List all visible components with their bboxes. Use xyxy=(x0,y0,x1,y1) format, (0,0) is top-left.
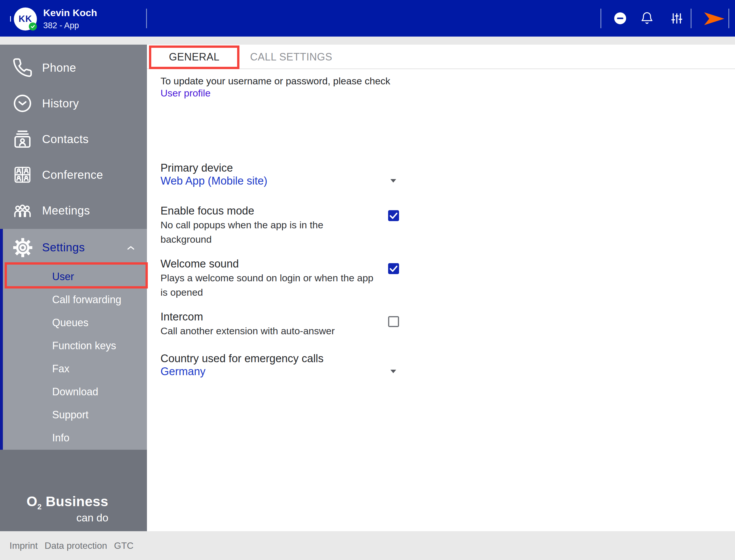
phone-icon xyxy=(12,57,33,78)
settings-submenu: User Call forwarding Queues Function key… xyxy=(0,265,147,449)
sidebar-item-settings[interactable]: Settings xyxy=(0,229,147,265)
welcome-sound-checkbox[interactable] xyxy=(388,263,399,274)
sidebar-footer: O2 Business can do xyxy=(0,450,147,531)
sidebar-main-nav: Phone History Contacts xyxy=(0,45,147,229)
topbar: KK Kevin Koch 382 - App xyxy=(0,0,735,37)
sidebar-item-contacts[interactable]: Contacts xyxy=(0,121,147,157)
sidebar-subitem-function-keys[interactable]: Function keys xyxy=(0,334,147,357)
data-protection-link[interactable]: Data protection xyxy=(45,540,107,551)
focus-mode-checkbox[interactable] xyxy=(388,210,399,221)
logo-o: O xyxy=(26,494,37,509)
sidebar-item-label: History xyxy=(42,97,79,110)
sidebar-item-label: Phone xyxy=(42,61,76,74)
o2-business-logo: O2 Business can do xyxy=(26,493,108,524)
header-separator-strip xyxy=(0,37,735,45)
welcome-sound-label: Welcome sound xyxy=(160,258,239,270)
chevron-down-icon[interactable] xyxy=(391,179,396,183)
intercom-label: Intercom xyxy=(160,311,203,323)
app-window: KK Kevin Koch 382 - App Pho xyxy=(0,0,735,560)
user-name: Kevin Koch xyxy=(43,7,97,18)
tab-call-settings[interactable]: CALL SETTINGS xyxy=(250,45,332,69)
sidebar-subitem-download[interactable]: Download xyxy=(0,380,147,403)
gear-icon xyxy=(12,237,33,258)
sidebar-item-label: Settings xyxy=(42,241,85,254)
settings-user-page: GENERAL CALL SETTINGS To update your use… xyxy=(147,45,735,531)
imprint-link[interactable]: Imprint xyxy=(10,540,38,551)
contacts-card-icon xyxy=(12,129,33,149)
history-clock-icon xyxy=(12,93,33,114)
gtc-link[interactable]: GTC xyxy=(114,540,134,551)
meetings-people-icon xyxy=(12,200,33,221)
topbar-divider xyxy=(728,9,729,28)
online-status-badge-icon xyxy=(29,22,37,31)
sidebar-subitem-call-forwarding[interactable]: Call forwarding xyxy=(0,288,147,311)
sidebar-subitem-support[interactable]: Support xyxy=(0,403,147,426)
bell-icon[interactable] xyxy=(640,11,654,25)
user-extension-status: 382 - App xyxy=(43,21,79,30)
primary-device-select[interactable]: Web App (Mobile site) xyxy=(160,175,267,187)
sidebar-subitem-queues[interactable]: Queues xyxy=(0,311,147,334)
avatar[interactable]: KK xyxy=(14,7,37,31)
tab-bar: GENERAL CALL SETTINGS xyxy=(147,45,735,69)
emergency-country-select[interactable]: Germany xyxy=(160,365,205,378)
user-profile-link[interactable]: User profile xyxy=(160,88,211,99)
topbar-left-tick xyxy=(10,16,11,22)
sidebar-subitem-info[interactable]: Info xyxy=(0,426,147,449)
logo-word: Business xyxy=(42,494,108,509)
do-not-disturb-icon[interactable] xyxy=(614,12,627,25)
sidebar-item-conference[interactable]: Conference xyxy=(0,157,147,193)
tab-general-label: GENERAL xyxy=(169,51,219,63)
sidebar-item-label: Contacts xyxy=(42,133,89,146)
logo-tagline: can do xyxy=(26,512,108,524)
topbar-divider xyxy=(601,9,601,28)
audio-sliders-icon[interactable] xyxy=(670,12,683,25)
profile-note-text: To update your username or password, ple… xyxy=(160,75,391,87)
active-tab-underline xyxy=(153,68,237,69)
chevron-up-icon xyxy=(125,242,137,254)
intercom-checkbox[interactable] xyxy=(388,316,399,327)
chevron-down-icon[interactable] xyxy=(391,370,396,373)
topbar-divider xyxy=(691,9,692,28)
focus-mode-description: No call popups when the app is in the ba… xyxy=(160,218,345,246)
sidebar-item-history[interactable]: History xyxy=(0,86,147,121)
sidebar-item-label: Meetings xyxy=(42,204,90,217)
sidebar-item-label: Conference xyxy=(42,168,103,181)
sidebar-settings-section: Settings User Call forwarding Queues Fun… xyxy=(0,229,147,450)
sidebar-subitem-user[interactable]: User xyxy=(0,265,147,288)
sidebar-item-phone[interactable]: Phone xyxy=(0,50,147,86)
focus-mode-label: Enable focus mode xyxy=(160,205,254,217)
conference-grid-icon xyxy=(12,164,33,185)
primary-device-label: Primary device xyxy=(160,162,233,174)
orange-arrow-brand-icon[interactable] xyxy=(703,11,725,27)
intercom-description: Call another extension with auto-answer xyxy=(160,324,335,338)
sidebar-subitem-fax[interactable]: Fax xyxy=(0,357,147,380)
topbar-divider xyxy=(146,9,147,28)
sidebar-item-meetings[interactable]: Meetings xyxy=(0,193,147,228)
legal-footer: Imprint Data protection GTC xyxy=(0,531,735,560)
tab-general[interactable]: GENERAL xyxy=(149,45,239,69)
welcome-sound-description: Plays a welcome sound on login or when t… xyxy=(160,271,382,299)
logo-sub2: 2 xyxy=(37,502,42,511)
emergency-country-label: Country used for emergency calls xyxy=(160,352,323,365)
